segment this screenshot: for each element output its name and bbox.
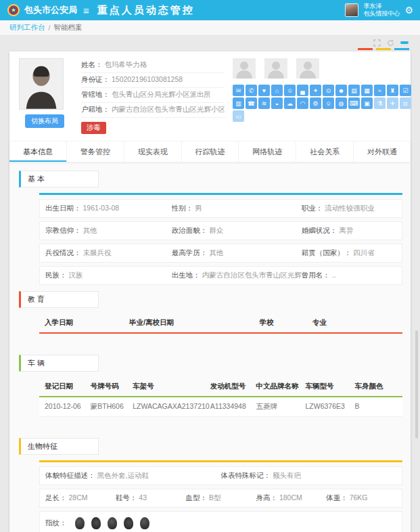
- col-engine: 发动机型号: [210, 382, 256, 391]
- switch-layout-button[interactable]: 切换布局: [25, 114, 64, 128]
- gender-label: 性别：: [172, 204, 193, 213]
- vehicle-icon[interactable]: ◍: [335, 97, 347, 109]
- section-basic-title: 基 本: [19, 171, 99, 187]
- vehicle-table-header: 登记日期 号牌号码 车架号 发动机型号 中文品牌名称 车辆型号 车身颜色: [39, 377, 402, 397]
- check-square-icon[interactable]: ☑: [400, 85, 411, 96]
- photo-placeholder[interactable]: [296, 58, 319, 79]
- education-table-header: 入学日期 毕业/离校日期 学校 专业: [39, 313, 402, 334]
- col-color: 车身颜色: [354, 382, 397, 391]
- tab-basic-info[interactable]: 基本信息: [9, 141, 67, 162]
- native-place-value: 四川省: [353, 248, 375, 258]
- fingerprint-image[interactable]: [91, 517, 101, 530]
- tab-external-contact[interactable]: 对外联通: [354, 141, 411, 162]
- banknote-icon[interactable]: ▥: [233, 97, 244, 109]
- appearance-label: 体貌特征描述：: [45, 471, 95, 481]
- tab-network-track[interactable]: 网络轨迹: [239, 141, 296, 162]
- native-place-label: 籍贯（国家）：: [302, 248, 352, 258]
- field-household-value: 内蒙古自治区包头市青山区光辉小区(二区)-1-86: [112, 105, 225, 114]
- cloud-icon[interactable]: ☁: [284, 97, 296, 109]
- veh-plate: 蒙BTH606: [91, 402, 133, 412]
- field-name-label: 姓名：: [81, 60, 103, 70]
- drug-involved-badge: 涉毒: [81, 122, 106, 134]
- graduation-icon[interactable]: ✦: [310, 85, 321, 96]
- shoe-size-value: 43: [139, 493, 147, 503]
- telephone-icon[interactable]: ☎: [246, 97, 257, 109]
- tab-police-control[interactable]: 警务管控: [67, 141, 124, 162]
- fingerprint-image[interactable]: [123, 517, 133, 530]
- plane-icon[interactable]: ✈: [387, 97, 398, 109]
- marital-status-label: 婚姻状况：: [302, 226, 337, 236]
- special-marks-label: 体表特殊标记：: [221, 471, 271, 481]
- field-household: 户籍地： 内蒙古自治区包头市青山区光辉小区(二区)-1-86: [81, 103, 225, 118]
- veh-model: LZW6376E3: [306, 402, 355, 412]
- home-icon[interactable]: ⌂: [271, 85, 283, 96]
- vehicle-table-row[interactable]: 2010-12-06 蒙BTH606 LZWACAGAXA2137210 A11…: [39, 397, 402, 417]
- birth-date-label: 出生日期：: [45, 204, 81, 213]
- sections-area: 基 本 出生日期：1961-03-08 性别：男 职业：流动性较强职业 宗教信仰…: [9, 162, 411, 532]
- profile-card: 切换布局 姓名： 包玛希毕力格 身份证： 150202196103081258 …: [9, 51, 411, 532]
- car-icon[interactable]: ⊙: [323, 85, 334, 96]
- veh-brand: 五菱牌: [256, 402, 306, 412]
- birthplace-label: 出生地：: [172, 271, 200, 280]
- collapse-icon[interactable]: [400, 41, 409, 44]
- flask-icon[interactable]: ⚗: [374, 97, 386, 109]
- veh-reg-date: 2010-12-06: [45, 402, 91, 412]
- user-icon[interactable]: ☻: [335, 85, 347, 96]
- tab-real-performance[interactable]: 现实表现: [124, 141, 182, 162]
- foot-length-value: 28CM: [69, 493, 88, 503]
- bio-description-row: 体貌特征描述：黑色外套,运动鞋 体表特殊标记：额头有疤: [39, 466, 402, 485]
- field-id-number: 身份证： 150202196103081258: [81, 73, 225, 88]
- breadcrumb-current: 智能档案: [53, 23, 82, 32]
- bank-icon[interactable]: ♜: [387, 85, 398, 96]
- truck-icon[interactable]: ▣: [361, 97, 373, 109]
- image-icon[interactable]: ▦: [361, 85, 373, 96]
- col-major: 专业: [312, 318, 397, 328]
- user-avatar[interactable]: [345, 3, 358, 17]
- photo-placeholder[interactable]: [233, 58, 256, 79]
- col-vin: 车架号: [133, 382, 210, 391]
- settings-icon[interactable]: ⚙: [310, 97, 321, 109]
- phone-call-icon[interactable]: ✆: [246, 85, 257, 96]
- bus-icon[interactable]: ◘: [400, 97, 411, 109]
- breadcrumb-parent[interactable]: 研判工作台: [9, 23, 45, 32]
- field-jurisdiction-label: 管辖地：: [81, 90, 110, 99]
- veh-engine: A11334948: [210, 402, 256, 412]
- settings-gear-icon[interactable]: ⚙: [404, 5, 413, 15]
- bed-icon[interactable]: ▄: [297, 85, 308, 96]
- trash-icon[interactable]: ▭: [233, 110, 244, 122]
- education-level-value: 其他: [209, 248, 223, 258]
- signal-icon[interactable]: ≋: [258, 97, 270, 109]
- wifi-icon[interactable]: ≈: [374, 85, 386, 96]
- comment-icon[interactable]: ✉: [233, 85, 244, 96]
- former-name-value: ..: [332, 271, 336, 280]
- religion-value: 其他: [83, 226, 97, 236]
- document-icon[interactable]: ▤: [348, 85, 360, 96]
- person-icon[interactable]: ☺: [323, 97, 334, 109]
- group-icon[interactable]: ☺: [284, 85, 296, 96]
- fingerprint-image[interactable]: [75, 517, 85, 529]
- fingerprint-image[interactable]: [140, 517, 149, 529]
- refresh-icon[interactable]: [387, 39, 394, 47]
- weight-label: 体重：: [326, 493, 348, 503]
- person-photo[interactable]: [19, 58, 64, 110]
- fullscreen-icon[interactable]: [373, 39, 381, 47]
- religion-label: 宗教信仰：: [45, 226, 81, 236]
- heart-icon[interactable]: ♥: [258, 85, 270, 96]
- keyboard-icon[interactable]: ⌨: [348, 97, 360, 109]
- fingerprint-image[interactable]: [108, 517, 117, 529]
- photo-placeholder[interactable]: [264, 58, 287, 79]
- tab-social-relations[interactable]: 社会关系: [296, 141, 354, 162]
- scrollbar-thumb[interactable]: [415, 330, 418, 439]
- gender-value: 男: [195, 204, 202, 213]
- weight-value: 76KG: [350, 493, 368, 503]
- user-info[interactable]: 李东泽 包头情报中心: [363, 3, 400, 18]
- field-jurisdiction-value: 包头青山区分局光辉小区派出所: [112, 90, 211, 99]
- tab-movement-track[interactable]: 行踪轨迹: [182, 141, 239, 162]
- photo-placeholders: [233, 58, 411, 79]
- shoe-size-label: 鞋号：: [116, 493, 137, 503]
- taxi-icon[interactable]: ◒: [271, 97, 283, 109]
- hotel-icon[interactable]: ◠: [297, 97, 308, 109]
- app-header: 包头市公安局 ≡ 重点人员动态管控 李东泽 包头情报中心 ⚙: [0, 0, 420, 20]
- menu-icon[interactable]: ≡: [83, 5, 89, 16]
- field-household-label: 户籍地：: [81, 105, 110, 114]
